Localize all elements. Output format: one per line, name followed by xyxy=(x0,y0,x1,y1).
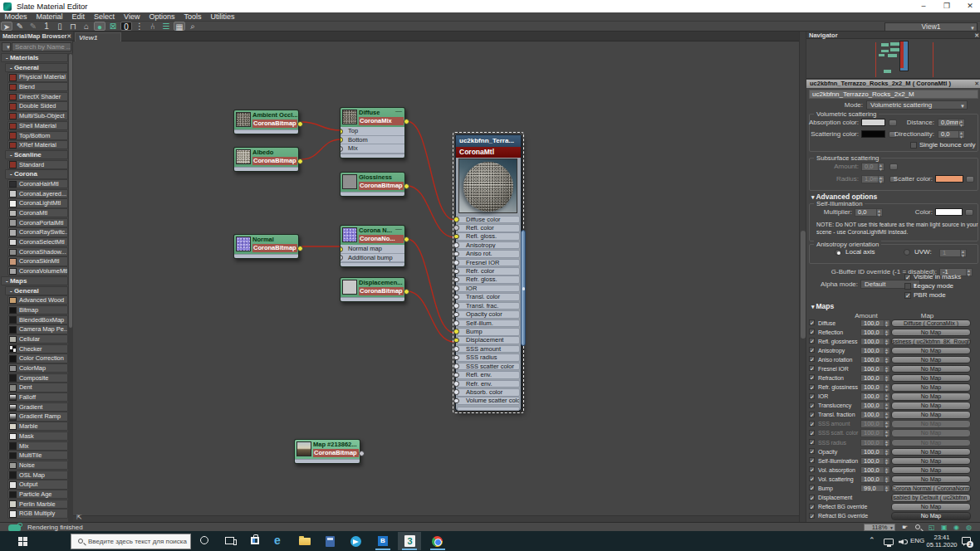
menu-edit[interactable]: Edit xyxy=(67,12,90,22)
taskbar-app-calc[interactable] xyxy=(318,532,341,550)
map-amount-spinner[interactable]: 100,0▲▼ xyxy=(860,393,890,401)
map-amount-spinner[interactable]: 100,0▲▼ xyxy=(860,457,890,466)
socket[interactable] xyxy=(359,451,365,456)
taskbar-app-taskview[interactable] xyxy=(218,532,242,550)
pan-zoom-icon[interactable]: ⇱ xyxy=(76,514,84,521)
map-enable-checkbox[interactable]: ✓ xyxy=(809,356,815,362)
pbr-mode-checkbox[interactable]: ✓ xyxy=(904,292,911,299)
close-icon[interactable]: ✕ xyxy=(66,32,71,41)
local-axis-radio[interactable] xyxy=(835,249,841,256)
network-icon[interactable] xyxy=(884,539,894,545)
socket-connected[interactable] xyxy=(341,137,343,143)
browser-group-materials[interactable]: - Materials xyxy=(1,53,68,62)
map-slot-button[interactable]: No Map xyxy=(891,365,971,373)
map-amount-spinner[interactable]: 99,0▲▼ xyxy=(860,485,890,493)
socket-connected[interactable] xyxy=(297,121,303,127)
browser-item[interactable]: Shell Material xyxy=(7,121,68,130)
delete-selected-icon[interactable]: ▯ xyxy=(54,22,66,31)
browser-item[interactable]: Top/Bottom xyxy=(7,131,68,140)
browser-item[interactable]: CoronaLayered... xyxy=(7,189,68,198)
material-map-browser-toggle-icon[interactable]: ▦ xyxy=(174,22,185,31)
browser-item[interactable]: Advanced Wood xyxy=(7,295,68,305)
map-amount-spinner[interactable]: 100,0▲▼ xyxy=(860,356,890,364)
mode-dropdown[interactable]: Volumetric scattering▼ xyxy=(866,100,968,110)
minimize-node-icon[interactable]: — xyxy=(395,108,402,115)
wire[interactable] xyxy=(407,121,454,220)
socket-connected[interactable] xyxy=(404,236,409,242)
assign-material-to-selection-icon[interactable]: 1 xyxy=(41,22,52,31)
map-amount-spinner[interactable]: 100,0▲▼ xyxy=(860,402,890,410)
node-glossiness[interactable]: GlossinessCoronaBitmap xyxy=(340,172,405,197)
browser-item[interactable]: Blend xyxy=(7,82,68,91)
directionality-spinner[interactable]: 0,0▲▼ xyxy=(938,130,965,139)
pick-material-from-object-icon[interactable]: ✎ xyxy=(14,22,26,31)
browser-item[interactable]: MultiTile xyxy=(7,451,68,460)
map-enable-checkbox[interactable]: ✓ xyxy=(809,495,815,500)
map-enable-checkbox[interactable]: ✓ xyxy=(809,421,815,427)
navigator-minimap[interactable] xyxy=(806,39,980,79)
map-enable-checkbox[interactable]: ✓ xyxy=(809,439,815,445)
map-amount-spinner[interactable]: 100,0▲▼ xyxy=(860,329,890,337)
browser-item[interactable]: Cellular xyxy=(7,334,68,344)
node-displacement[interactable]: Displacemen...CoronaBitmap xyxy=(340,277,405,302)
map-enable-checkbox[interactable]: ✓ xyxy=(809,475,815,481)
close-icon[interactable]: ✕ xyxy=(974,32,979,39)
browser-group-corona[interactable]: - Corona xyxy=(5,169,68,178)
sss-radius-spinner[interactable]: 1,0mm▲▼ xyxy=(861,175,884,183)
sss-amount-spinner[interactable]: 0,0▲▼ xyxy=(861,163,884,171)
map-slot-button[interactable]: No Map xyxy=(891,439,971,447)
wire[interactable] xyxy=(407,291,454,342)
map-amount-spinner[interactable]: 100,0▲▼ xyxy=(860,383,890,392)
language-indicator[interactable]: ENG xyxy=(910,536,924,546)
map-amount-spinner[interactable]: 100,0▲▼ xyxy=(860,338,890,346)
scatter-color-swatch[interactable] xyxy=(935,175,963,183)
socket-connected[interactable] xyxy=(297,246,303,251)
browser-scrollbar-thumb[interactable] xyxy=(69,54,72,328)
map-enable-checkbox[interactable]: ✓ xyxy=(809,329,815,334)
browser-item[interactable]: XRef Material xyxy=(7,140,68,149)
map-slot-button[interactable]: No Map xyxy=(891,448,971,456)
show-shaded-material-in-viewport-icon[interactable]: ● xyxy=(94,22,105,31)
search-options-dropdown[interactable]: ▼ xyxy=(2,42,11,51)
map-slot-button[interactable]: No Map xyxy=(891,420,971,428)
map-slot-button[interactable]: No Map xyxy=(891,503,971,511)
map-enable-checkbox[interactable]: ✓ xyxy=(809,513,815,519)
map-slot-button[interactable]: No Map xyxy=(891,411,971,419)
menu-tools[interactable]: Tools xyxy=(179,12,206,22)
select-tool-icon[interactable]: ➤ xyxy=(1,22,12,31)
node-map-213862[interactable]: Map #213862...CoronaBitmap xyxy=(294,439,360,464)
map-amount-spinner[interactable]: 100,0▲▼ xyxy=(860,466,890,475)
uvw-radio[interactable] xyxy=(904,249,910,256)
socket-connected[interactable] xyxy=(404,183,409,189)
start-button[interactable] xyxy=(18,537,27,546)
node-view-canvas[interactable]: View1 Ambient Occl...CoronaBitmapAlbedoC… xyxy=(73,32,799,522)
browser-item[interactable]: CoronaSkinMtl xyxy=(7,256,68,266)
map-enable-checkbox[interactable]: ✓ xyxy=(809,347,815,353)
browser-item[interactable]: Gradient xyxy=(7,402,68,412)
map-amount-spinner[interactable]: 100,0▲▼ xyxy=(860,411,890,419)
search-input[interactable]: Search by Name ... xyxy=(12,42,71,51)
map-enable-checkbox[interactable]: ✓ xyxy=(809,485,815,490)
browser-item[interactable]: BlendedBoxMap xyxy=(7,315,68,324)
browser-item[interactable]: RGB Multiply xyxy=(7,509,68,518)
maximize-button[interactable]: ❐ xyxy=(935,0,958,12)
map-amount-spinner[interactable]: 100,0▲▼ xyxy=(860,420,890,428)
maps-header[interactable]: Maps xyxy=(811,302,834,311)
material-name-field[interactable]: uc2kbfnn_Terrazzo_Rocks_2x2_M xyxy=(809,90,978,99)
map-enable-checkbox[interactable]: ✓ xyxy=(809,384,815,390)
map-enable-checkbox[interactable]: ✓ xyxy=(809,504,815,510)
node-slot[interactable]: Normal map xyxy=(341,245,404,254)
browser-item[interactable]: Marble xyxy=(7,422,68,431)
map-slot-button[interactable]: No Map xyxy=(891,512,971,520)
map-enable-checkbox[interactable]: ✓ xyxy=(809,319,815,325)
browser-item[interactable]: Bitmap xyxy=(7,305,68,315)
single-bounce-only-checkbox[interactable] xyxy=(910,142,917,149)
node-albedo[interactable]: AlbedoCoronaBitmap xyxy=(233,147,299,172)
taskbar-app-folder[interactable] xyxy=(293,532,316,550)
browser-item[interactable]: Gradient Ramp xyxy=(7,412,68,421)
node-scroll-strip[interactable] xyxy=(521,230,526,346)
map-enable-checkbox[interactable]: ✓ xyxy=(809,374,815,380)
show-background-icon[interactable]: ⊠ xyxy=(107,22,119,31)
browser-item[interactable]: Mask xyxy=(7,432,68,441)
browser-item[interactable]: Output xyxy=(7,480,68,489)
